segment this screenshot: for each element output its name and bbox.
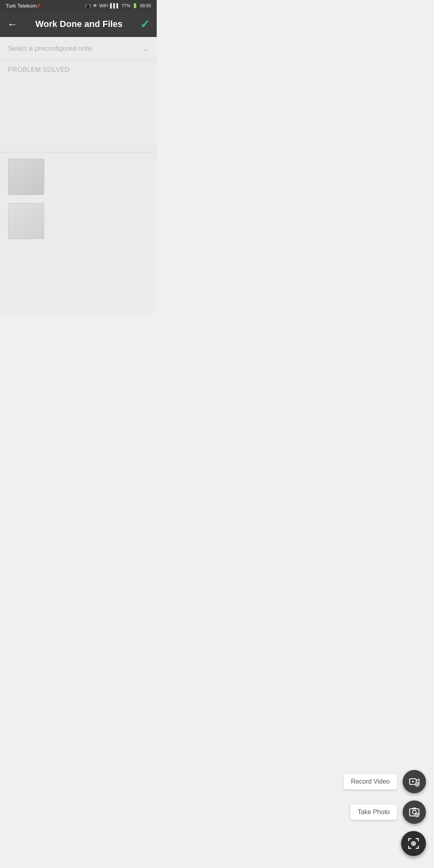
back-button[interactable]: ←: [7, 18, 18, 31]
page-title: Work Done and Files: [18, 19, 140, 29]
status-left: Turk Telekom F: [6, 3, 41, 9]
text-area-section[interactable]: PROBLEM SOLVED: [0, 60, 157, 152]
carrier-f-icon: F: [37, 3, 41, 9]
signal-icon: ▌▌▌: [110, 3, 119, 8]
problem-solved-label: PROBLEM SOLVED: [8, 66, 70, 73]
battery-percent: 77%: [121, 3, 130, 8]
status-right: 📳 👁 WiFi ▌▌▌ 77% 🔋 09:55: [85, 3, 151, 8]
content-area: Select a preconfigured note. ⌄ PROBLEM S…: [0, 37, 157, 313]
wifi-icon: WiFi: [99, 3, 108, 8]
chevron-down-icon: ⌄: [143, 44, 149, 53]
note-select-placeholder: Select a preconfigured note.: [8, 45, 94, 53]
battery-icon: 🔋: [132, 3, 138, 8]
confirm-button[interactable]: ✓: [140, 18, 149, 31]
file-thumbnail-1[interactable]: [8, 159, 44, 195]
files-section: [0, 152, 157, 254]
file-thumbnail-2[interactable]: [8, 203, 44, 239]
clock: 09:55: [140, 3, 151, 8]
app-bar: ← Work Done and Files ✓: [0, 11, 157, 37]
status-bar: Turk Telekom F 📳 👁 WiFi ▌▌▌ 77% 🔋 09:55: [0, 0, 157, 11]
vibrate-icon: 📳: [85, 3, 91, 8]
eye-icon: 👁: [93, 3, 97, 8]
note-select-dropdown[interactable]: Select a preconfigured note. ⌄: [0, 37, 157, 60]
carrier-name: Turk Telekom: [6, 3, 37, 9]
